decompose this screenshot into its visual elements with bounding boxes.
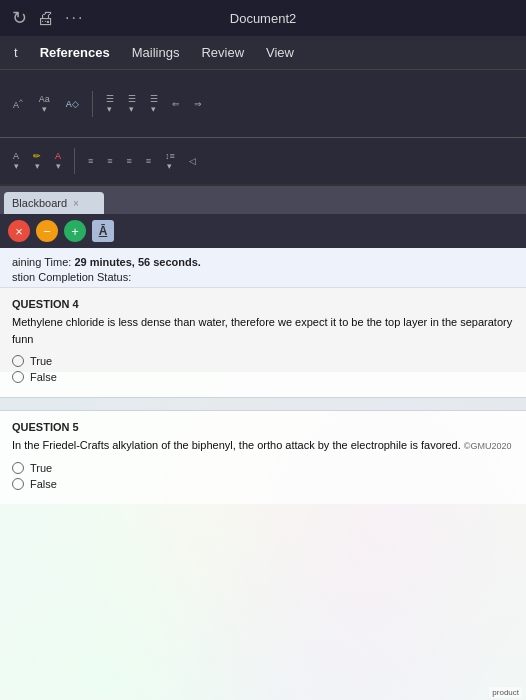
document-title: Document2 [230,11,296,26]
menu-bar: t References Mailings Review View [0,36,526,70]
question-4-label: QUESTION 4 [12,298,514,310]
font-row-top: A^ Aa▾ A◇ [8,91,84,117]
font-options: A^ Aa▾ A◇ [8,91,84,117]
toolbar-row1: A^ Aa▾ A◇ ☰▾ ☰▾ ☰▾ ⇐ ⇒ [0,70,526,138]
question-4-text: Methylene chloride is less dense than wa… [12,314,514,347]
question-5-text: In the Friedel-Crafts alkylation of the … [12,437,514,454]
refresh-icon[interactable]: ↻ [12,7,27,29]
completion-label: stion Completion Status: [12,271,131,283]
numbered-list-btn[interactable]: ☰▾ [123,91,141,117]
question-5-label: QUESTION 5 [12,421,514,433]
minimize-window-btn[interactable]: − [36,220,58,242]
menu-item-view[interactable]: View [256,41,304,64]
menu-item-references[interactable]: References [30,41,120,64]
question-separator [0,397,526,411]
q5-false-label: False [30,478,57,490]
decrease-indent-btn[interactable]: ⇐ [167,96,185,112]
font-style-btn[interactable]: A◇ [61,96,84,112]
question-5-block: QUESTION 5 In the Friedel-Crafts alkylat… [0,411,526,504]
radio-q5-false[interactable] [12,478,24,490]
title-bar: ↻ 🖨 ··· Document2 [0,0,526,36]
browser-nav-toolbar: × − + Ā [0,214,526,248]
text-color-btn[interactable]: A▾ [50,148,66,174]
title-bar-left: ↻ 🖨 ··· [12,7,84,29]
q4-false-label: False [30,371,57,383]
question-5-false-option[interactable]: False [12,478,514,490]
blackboard-tab[interactable]: Blackboard × [4,192,104,214]
a-icon: Ā [99,224,108,238]
minimize-icon: − [43,224,51,239]
question-4-false-option[interactable]: False [12,371,514,383]
radio-q4-false[interactable] [12,371,24,383]
paragraph-align-group: ≡ ≡ ≡ ≡ ↕≡▾ ◁ [83,148,209,174]
superscript-btn[interactable]: A^ [8,94,28,113]
close-icon: × [15,224,23,239]
menu-item-mailings[interactable]: Mailings [122,41,190,64]
tab-label: Blackboard [12,197,67,209]
line-spacing-btn[interactable]: ↕≡▾ [160,148,180,174]
print-icon[interactable]: 🖨 [37,8,55,29]
question-5-true-option[interactable]: True [12,462,514,474]
close-window-btn[interactable]: × [8,220,30,242]
shading-btn[interactable]: ◁ [184,153,201,169]
question-4-block: QUESTION 4 Methylene chloride is less de… [0,288,526,397]
highlight-btn[interactable]: ✏▾ [28,148,46,174]
multilevel-list-btn[interactable]: ☰▾ [145,91,163,117]
q5-true-label: True [30,462,52,474]
product-label: product [489,687,522,698]
radio-q5-true[interactable] [12,462,24,474]
align-left-btn[interactable]: ≡ [141,153,156,169]
q4-true-label: True [30,355,52,367]
time-value: 29 minutes, 56 seconds. [74,256,201,268]
bullet-list-btn[interactable]: ☰▾ [101,91,119,117]
browser-tab-bar: Blackboard × [0,186,526,214]
tab-close-btn[interactable]: × [73,198,79,209]
font-color-btn[interactable]: A▾ [8,148,24,174]
time-remaining: aining Time: 29 minutes, 56 seconds. [12,256,514,268]
increase-indent-btn[interactable]: ⇒ [189,96,207,112]
radio-q4-true[interactable] [12,355,24,367]
maximize-window-btn[interactable]: + [64,220,86,242]
question-4-true-option[interactable]: True [12,355,514,367]
toolbar-row2: A▾ ✏▾ A▾ ≡ ≡ ≡ ≡ ↕≡▾ ◁ [0,138,526,186]
align-right-btn[interactable]: ≡ [122,153,137,169]
browser-window: Blackboard × × − + Ā aining Time: 29 min… [0,186,526,700]
more-icon[interactable]: ··· [65,9,84,27]
align-justify-btn[interactable]: ≡ [83,153,98,169]
accessibility-btn[interactable]: Ā [92,220,114,242]
list-group: ☰▾ ☰▾ ☰▾ ⇐ ⇒ [101,91,215,117]
font-size-btn[interactable]: Aa▾ [34,91,55,117]
align-center-btn[interactable]: ≡ [102,153,117,169]
menu-item-t[interactable]: t [4,41,28,64]
completion-status: stion Completion Status: [12,271,514,283]
font-group: A^ Aa▾ A◇ [8,91,93,117]
time-label: aining Time: [12,256,74,268]
color-group: A▾ ✏▾ A▾ [8,148,75,174]
quiz-content: aining Time: 29 minutes, 56 seconds. sti… [0,248,526,700]
maximize-icon: + [71,224,79,239]
quiz-header: aining Time: 29 minutes, 56 seconds. sti… [0,248,526,288]
menu-item-review[interactable]: Review [191,41,254,64]
